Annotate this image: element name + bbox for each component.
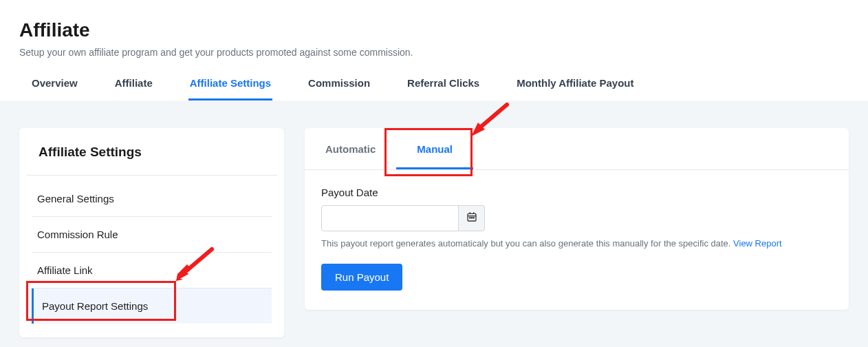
help-text: This payout report generates automatical… <box>321 238 832 249</box>
sidebar-item-commission-rule[interactable]: Commission Rule <box>32 217 272 253</box>
svg-line-3 <box>479 105 507 128</box>
tab-monthly-payout[interactable]: Monthly Affiliate Payout <box>515 70 635 101</box>
tab-affiliate[interactable]: Affiliate <box>113 70 154 101</box>
inner-tabs: Automatic Manual <box>305 128 849 170</box>
sidebar-item-general-settings[interactable]: General Settings <box>32 181 272 217</box>
sidebar-item-payout-report-settings[interactable]: Payout Report Settings <box>32 288 272 324</box>
svg-point-9 <box>469 218 470 218</box>
tab-commission[interactable]: Commission <box>307 70 371 101</box>
sidebar-card: Affiliate Settings General Settings Comm… <box>19 128 284 337</box>
payout-date-input[interactable] <box>321 205 459 231</box>
tab-affiliate-settings[interactable]: Affiliate Settings <box>188 70 272 101</box>
calendar-button[interactable] <box>459 205 485 231</box>
svg-point-11 <box>473 218 474 218</box>
payout-date-label: Payout Date <box>321 187 832 198</box>
inner-tab-automatic[interactable]: Automatic <box>305 128 396 169</box>
sidebar-item-affiliate-link[interactable]: Affiliate Link <box>32 253 272 288</box>
view-report-link[interactable]: View Report <box>733 238 782 249</box>
page-subtitle: Setup your own affiliate program and get… <box>19 47 849 58</box>
calendar-icon <box>466 211 477 225</box>
page-title: Affiliate <box>19 19 849 41</box>
inner-tab-manual[interactable]: Manual <box>396 128 473 169</box>
run-payout-button[interactable]: Run Payout <box>321 264 402 291</box>
main-card: Automatic Manual Payout Date <box>305 128 849 310</box>
sidebar-title: Affiliate Settings <box>26 128 277 176</box>
tab-overview[interactable]: Overview <box>30 70 79 101</box>
tab-referral-clicks[interactable]: Referral Clicks <box>406 70 481 101</box>
svg-point-10 <box>471 218 472 218</box>
top-tabs: Overview Affiliate Affiliate Settings Co… <box>19 70 849 101</box>
